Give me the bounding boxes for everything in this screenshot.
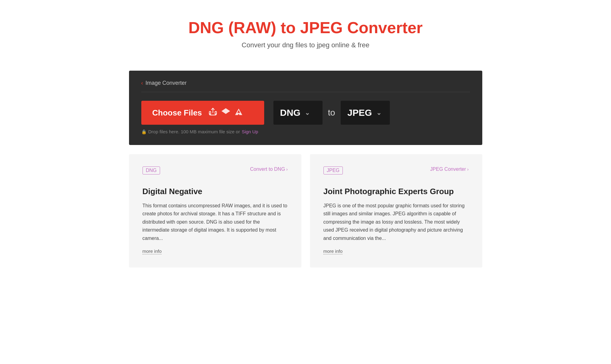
to-format-selector[interactable]: JPEG ⌄ — [341, 101, 390, 125]
jpeg-card-description: JPEG is one of the most popular graphic … — [323, 202, 469, 242]
header-section: DNG (RAW) to JPEG Converter Convert your… — [0, 0, 611, 61]
dng-info-card: DNG Convert to DNG › Digital Negative Th… — [129, 154, 301, 268]
breadcrumb-chevron-icon: ‹ — [141, 80, 143, 86]
jpeg-format-tag: JPEG — [323, 166, 343, 174]
folder-upload-icon — [209, 108, 217, 118]
lock-icon: 🔒 — [141, 129, 147, 134]
breadcrumb: ‹ Image Converter — [141, 80, 470, 92]
choose-files-label: Choose Files — [152, 108, 202, 118]
drop-info: 🔒 Drop files here. 100 MB maximum file s… — [141, 129, 470, 134]
signup-link[interactable]: Sign Up — [242, 129, 258, 134]
page-title: DNG (RAW) to JPEG Converter — [0, 18, 611, 37]
cards-section: DNG Convert to DNG › Digital Negative Th… — [129, 154, 482, 268]
converter-panel: ‹ Image Converter Choose Files — [129, 71, 482, 145]
jpeg-converter-link[interactable]: JPEG Converter › — [430, 166, 468, 172]
converter-controls: Choose Files — [141, 101, 470, 125]
dng-more-info-link[interactable]: more info — [143, 249, 162, 254]
jpeg-info-card: JPEG JPEG Converter › Joint Photographic… — [310, 154, 482, 268]
to-format-chevron-icon: ⌄ — [376, 109, 382, 116]
jpeg-converter-label: JPEG Converter — [430, 166, 466, 172]
jpeg-more-info-link[interactable]: more info — [323, 249, 343, 254]
dng-format-tag: DNG — [143, 166, 160, 174]
choose-files-button[interactable]: Choose Files — [141, 101, 264, 125]
jpeg-card-header: JPEG JPEG Converter › — [323, 166, 469, 180]
from-format-chevron-icon: ⌄ — [305, 109, 310, 116]
convert-to-dng-link[interactable]: Convert to DNG › — [250, 166, 288, 172]
dng-card-description: This format contains uncompressed RAW im… — [143, 202, 288, 242]
drive-icon — [234, 108, 243, 118]
dng-card-title: Digital Negative — [143, 187, 288, 196]
from-format-label: DNG — [280, 108, 301, 118]
from-format-selector[interactable]: DNG ⌄ — [273, 101, 323, 125]
to-label: to — [328, 108, 335, 118]
jpeg-card-title: Joint Photographic Experts Group — [323, 187, 469, 196]
convert-to-dng-label: Convert to DNG — [250, 166, 285, 172]
page-wrapper: DNG (RAW) to JPEG Converter Convert your… — [0, 0, 611, 268]
to-format-label: JPEG — [347, 108, 372, 118]
format-selector: DNG ⌄ to JPEG ⌄ — [273, 101, 390, 125]
dropbox-icon — [221, 108, 230, 118]
page-subtitle: Convert your dng files to jpeg online & … — [0, 41, 611, 49]
upload-icons — [209, 108, 243, 118]
breadcrumb-label: Image Converter — [146, 80, 187, 86]
dng-link-arrow-icon: › — [286, 167, 288, 172]
jpeg-link-arrow-icon: › — [467, 167, 469, 172]
dng-card-header: DNG Convert to DNG › — [143, 166, 288, 180]
drop-info-text: Drop files here. 100 MB maximum file siz… — [148, 129, 240, 134]
